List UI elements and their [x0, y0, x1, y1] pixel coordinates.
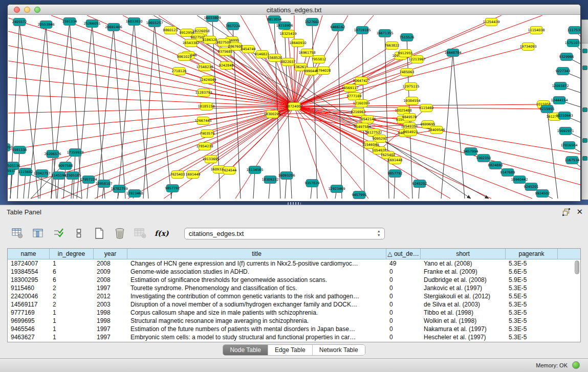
graph-node[interactable]: 19384554 [403, 97, 420, 105]
graph-node[interactable]: 9097588 [58, 162, 73, 170]
graph-node[interactable]: 10655257 [146, 19, 163, 27]
graph-node[interactable]: 16033810 [125, 18, 142, 26]
graph-edge[interactable] [8, 18, 294, 106]
table-cell[interactable]: 2 [50, 300, 94, 309]
column-header-short[interactable]: short [421, 249, 506, 259]
table-row[interactable]: 1938455462009Genome-wide association stu… [8, 268, 580, 276]
table-cell[interactable]: 6 [50, 276, 94, 284]
graph-node[interactable]: 20691406 [105, 24, 122, 31]
table-cell[interactable]: 2 [50, 284, 94, 292]
graph-edge[interactable] [8, 106, 294, 169]
table-cell[interactable]: 1997 [94, 284, 127, 292]
table-cell[interactable]: 14569117 [8, 300, 50, 309]
table-cell[interactable]: Structural magnetic resonance image aver… [127, 317, 386, 325]
table-row[interactable]: 2242004622012Investigating the contribut… [8, 292, 580, 300]
unselect-all-columns-button[interactable] [73, 227, 85, 239]
graph-node[interactable]: 9857792 [388, 170, 403, 178]
graph-edge[interactable] [453, 53, 465, 199]
graph-node[interactable]: 12923468 [126, 190, 143, 198]
graph-node[interactable]: 1115682 [18, 168, 33, 176]
graph-node[interactable]: 12042757 [33, 170, 50, 178]
graph-node[interactable]: 16033809 [204, 15, 221, 22]
table-cell[interactable]: Corpus callosum shape and size in male p… [127, 309, 386, 317]
graph-node[interactable]: 10210643 [556, 112, 573, 120]
graph-edge[interactable] [17, 150, 19, 199]
graph-node[interactable]: 7955812 [312, 56, 326, 63]
graph-node[interactable]: 19218906 [276, 22, 293, 30]
graph-node[interactable]: 9242848 [219, 62, 234, 70]
graph-node[interactable]: 8215955 [540, 105, 555, 113]
table-cell[interactable]: Investigating the contribution of common… [127, 292, 386, 300]
memory-ok-indicator[interactable] [572, 361, 580, 369]
graph-edge[interactable] [8, 77, 294, 106]
graph-node[interactable]: 8824880 [488, 162, 503, 169]
graph-node[interactable]: 9924502 [535, 190, 550, 198]
graph-node[interactable]: 12093872 [552, 82, 569, 90]
table-cell[interactable]: 0 [386, 309, 421, 317]
graph-node[interactable]: 8860123 [163, 27, 178, 34]
column-header-name[interactable]: name [8, 249, 50, 259]
graph-node[interactable]: 11154038 [528, 27, 545, 34]
graph-node[interactable]: 9329966 [559, 53, 574, 61]
graph-node[interactable]: 16093206 [278, 172, 295, 180]
graph-node[interactable]: 17548238 [196, 63, 213, 71]
table-cell[interactable]: 0 [386, 292, 421, 300]
table-cell[interactable]: 2008 [94, 276, 127, 284]
graph-node[interactable]: 18409546 [428, 126, 445, 134]
graph-node[interactable]: 2718126 [172, 68, 187, 75]
delete-table-button[interactable] [134, 227, 146, 239]
table-cell[interactable]: 5.5E-5 [506, 292, 558, 300]
graph-node[interactable]: 17016504 [560, 142, 577, 149]
table-cell[interactable]: 1 [50, 325, 94, 333]
table-cell[interactable]: Dudbridge et al. (2008) [421, 276, 506, 284]
network-view-window[interactable]: citations_edges.txt 18724007175482381242… [7, 4, 581, 201]
function-builder-button[interactable]: f(x) [155, 227, 169, 239]
column-header-in_degree[interactable]: in_degree [50, 249, 94, 259]
graph-edge[interactable] [441, 53, 453, 199]
table-cell[interactable]: 5.6E-5 [506, 268, 558, 276]
graph-node[interactable]: 18185158 [198, 103, 214, 111]
table-select-dropdown[interactable]: citations_edges.txt ▲▼ [184, 228, 385, 239]
graph-node[interactable]: 14569117 [341, 84, 358, 92]
table-cell[interactable]: Hescheler et al. (1997) [421, 333, 506, 341]
graph-edge[interactable] [294, 106, 580, 185]
graph-node[interactable]: 10647427 [353, 77, 369, 85]
graph-node[interactable]: 9861023 [177, 53, 192, 61]
table-cell[interactable]: 5.3E-5 [506, 300, 558, 309]
graph-edge[interactable] [164, 106, 294, 199]
graph-node[interactable]: 18325419 [279, 30, 296, 38]
table-cell[interactable]: Genome-wide association studies in ADHD. [127, 268, 386, 276]
table-cell[interactable]: 5.3E-5 [506, 259, 558, 268]
graph-edge[interactable] [155, 23, 171, 199]
table-row[interactable]: 1830029562008Estimation of significance … [8, 276, 580, 284]
graph-edge[interactable] [8, 171, 8, 199]
graph-edge[interactable] [114, 27, 125, 199]
graph-node[interactable]: 1591334 [62, 18, 77, 26]
graph-node[interactable]: 10542146 [359, 116, 376, 123]
graph-node[interactable]: 16961758 [298, 49, 315, 57]
graph-node[interactable]: 6794028 [316, 67, 331, 75]
table-cell[interactable]: 2 [50, 292, 94, 300]
table-cell[interactable]: 1 [50, 333, 94, 341]
table-cell[interactable]: Nakamura et al. (1997) [421, 325, 506, 333]
graph-node[interactable]: 10940442 [511, 176, 528, 184]
graph-node[interactable]: 16648784 [444, 49, 461, 57]
graph-node[interactable]: 7515526 [400, 34, 415, 41]
table-cell[interactable]: 1998 [94, 309, 127, 317]
table-cell[interactable]: 9463627 [8, 333, 50, 341]
graph-node[interactable]: 12444154 [551, 97, 568, 104]
table-cell[interactable]: 5.9E-5 [506, 276, 558, 284]
graph-node[interactable]: 3915937 [8, 167, 15, 175]
graph-node[interactable]: 10958107 [95, 180, 112, 188]
graph-edge[interactable] [143, 23, 155, 199]
float-window-icon[interactable] [562, 208, 570, 216]
graph-node[interactable]: 9245201 [524, 183, 539, 191]
table-cell[interactable]: 1 [50, 317, 94, 325]
graph-node[interactable]: 8216963 [351, 108, 366, 116]
table-cell[interactable]: Tibbo et al. (1998) [421, 309, 506, 317]
column-header-pagerank[interactable]: pagerank [506, 249, 558, 259]
table-cell[interactable]: 22420046 [8, 292, 50, 300]
network-canvas[interactable]: 1872400717548238124240491128379318185158… [8, 15, 580, 201]
graph-node[interactable]: 9245202 [412, 180, 427, 188]
graph-node[interactable]: 1691449 [186, 171, 201, 179]
